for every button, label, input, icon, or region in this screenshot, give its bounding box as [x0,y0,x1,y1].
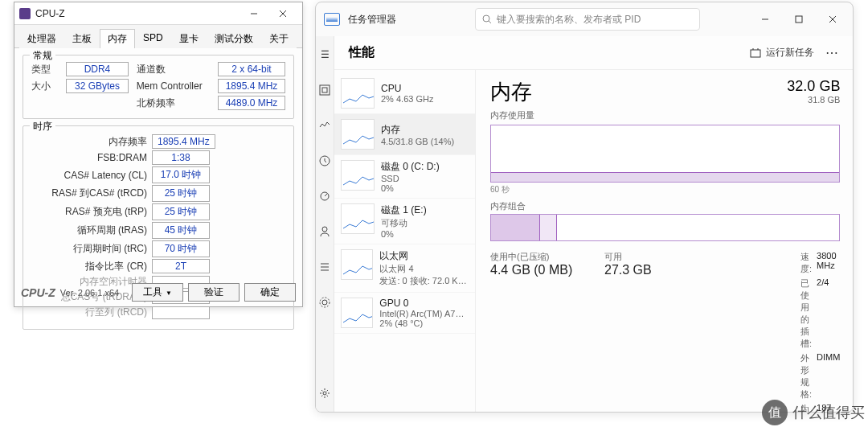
run-task-button[interactable]: 运行新任务 [750,46,814,60]
settings-icon[interactable] [316,384,334,402]
nbfreq-value: 4489.0 MHz [218,96,285,110]
cpuz-tab-3[interactable]: SPD [135,29,171,48]
composition-label: 内存组合 [490,200,840,212]
task-manager-icon [324,13,340,26]
close-icon[interactable] [816,6,850,32]
in-use-label: 使用中(已压缩) [490,251,595,263]
usage-chart [490,125,840,183]
processes-icon[interactable] [316,81,334,99]
svg-rect-9 [320,85,330,95]
resource-item-3[interactable]: 磁盘 1 (E:)可移动0% [334,199,475,244]
timing-label: 循环周期 (tRAS) [31,224,152,237]
thumb-chart [341,78,375,109]
cpuz-titlebar[interactable]: CPU-Z [14,2,302,25]
performance-icon[interactable] [316,117,334,134]
type-label: 类型 [31,63,58,76]
menu-icon[interactable]: ☰ [316,46,334,64]
ok-button[interactable]: 确定 [244,283,296,302]
cpuz-tab-5[interactable]: 测试分数 [207,29,261,48]
item-title: GPU 0 [379,298,469,309]
verify-button[interactable]: 验证 [188,283,240,302]
cpuz-tab-0[interactable]: 处理器 [19,29,64,48]
item-sub2: 2% (48 °C) [379,318,469,328]
startup-icon[interactable] [316,187,334,205]
timing-label: RAS# 预充电 (tRP) [31,205,152,219]
item-sub: SSD [381,174,440,183]
item-sub2: 0% [381,229,427,239]
item-title: 内存 [381,123,454,137]
cpuz-window: CPU-Z 处理器主板内存SPD显卡测试分数关于 常规 类型 DDR4 通道数 … [14,2,303,307]
thumb-chart [341,119,375,150]
size-value: 32 GBytes [66,79,128,93]
watermark-badge: 值 [762,400,788,425]
type-value: DDR4 [66,62,128,76]
available-label: 可用 [604,251,685,263]
detail-panel: 内存 内存使用量 32.0 GB 31.8 GB 60 秒 内存组合 [476,70,853,412]
composition-chart [490,214,840,241]
panel-header: 性能 运行新任务 ⋯ [334,36,853,70]
timing-value: 2T [152,259,210,273]
watermark: 值 什么值得买 [762,400,865,425]
memctrl-value: 1895.4 MHz [218,79,285,93]
cpuz-brand: CPU-Z [21,286,55,299]
details-icon[interactable] [316,258,334,276]
minimize-icon[interactable] [240,5,268,23]
close-icon[interactable] [268,5,297,23]
thumb-chart [341,298,373,328]
tm-title: 任务管理器 [348,13,396,27]
timings-legend: 时序 [30,120,55,133]
timing-label: 内存频率 [31,135,152,149]
timing-label: 行至列 (tRCD) [31,306,152,319]
users-icon[interactable] [316,223,334,240]
search-input[interactable]: 键入要搜索的名称、发布者或 PID [475,8,700,31]
history-icon[interactable] [316,152,334,170]
timing-label: FSB:DRAM [31,152,152,163]
general-fieldset: 常规 类型 DDR4 通道数 2 x 64-bit 大小 32 GBytes M… [23,55,294,119]
item-sub: 可移动 [381,217,427,229]
item-sub: Intel(R) Arc(TM) A750... [379,309,469,318]
cpuz-tab-2[interactable]: 内存 [100,29,135,48]
cpuz-title: CPU-Z [35,8,240,19]
item-sub2: 0% [381,183,440,193]
resource-item-0[interactable]: CPU2% 4.63 GHz [334,73,475,114]
cpuz-app-icon [19,8,31,19]
svg-point-19 [320,298,330,307]
cpuz-tab-1[interactable]: 主板 [64,29,100,48]
resource-item-5[interactable]: GPU 0Intel(R) Arc(TM) A750...2% (48 °C) [334,293,475,334]
item-title: 磁盘 1 (E:) [381,203,427,217]
svg-point-3 [483,15,489,22]
maximize-icon[interactable] [782,6,816,32]
total-memory: 32.0 GB [787,78,840,95]
timing-value: 1:38 [152,150,210,165]
chart-xaxis: 60 秒 [490,184,840,195]
resource-item-1[interactable]: 内存4.5/31.8 GB (14%) [334,114,475,155]
timing-value: 45 时钟 [152,222,210,239]
resource-item-2[interactable]: 磁盘 0 (C: D:)SSD0% [334,155,475,199]
resource-item-4[interactable]: 以太网以太网 4发送: 0 接收: 72.0 Kbps [334,244,475,293]
services-icon[interactable] [316,294,334,311]
usage-label: 内存使用量 [490,109,534,121]
item-sub: 4.5/31.8 GB (14%) [381,137,454,146]
svg-point-18 [322,300,327,305]
svg-rect-10 [322,88,327,92]
item-title: 磁盘 0 (C: D:) [381,160,440,174]
minimize-icon[interactable] [748,6,782,32]
memctrl-label: Mem Controller [137,80,210,92]
more-button[interactable]: ⋯ [825,45,840,60]
cpuz-footer: CPU-Z Ver. 2.06.1.x64 工具▼ 验证 确定 [21,283,296,302]
timing-value [152,306,210,319]
size-label: 大小 [31,80,58,93]
spec-speed: 3800 MHz [817,251,840,275]
svg-point-20 [323,392,326,395]
detail-title: 内存 [490,78,534,106]
timing-label: 指令比率 (CR) [31,260,152,273]
search-placeholder: 键入要搜索的名称、发布者或 PID [497,13,641,27]
tm-titlebar[interactable]: 任务管理器 键入要搜索的名称、发布者或 PID [316,2,853,36]
spec-block: 速度:3800 MHz 已使用的插槽:2/4 外形规格:DIMM 为硬件保留的内… [800,251,840,412]
nav-rail: ☰ [316,36,334,412]
tools-button[interactable]: 工具▼ [132,283,183,302]
cpuz-tab-6[interactable]: 关于 [261,29,297,48]
nbfreq-label: 北桥频率 [137,96,210,110]
cpuz-tab-4[interactable]: 显卡 [171,29,207,48]
svg-rect-21 [751,50,760,57]
